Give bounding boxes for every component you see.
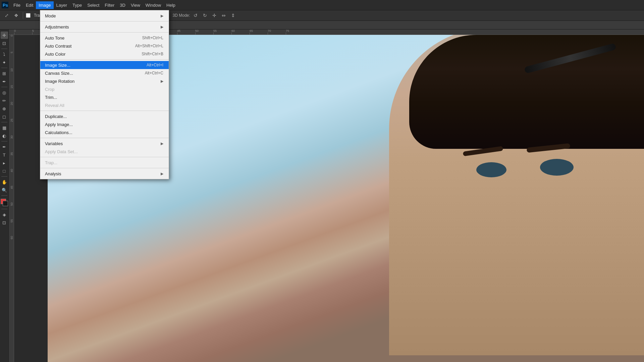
menu-item-crop-label: Crop [45, 87, 54, 92]
menu-item-auto-color[interactable]: Auto Color Shift+Ctrl+B [40, 50, 169, 58]
quick-select-icon[interactable]: ✦ [1, 59, 8, 66]
menu-type[interactable]: Type [70, 1, 85, 9]
menu-item-mode-label: Mode [45, 13, 56, 18]
menu-item-auto-contrast[interactable]: Auto Contrast Alt+Shift+Ctrl+L [40, 42, 169, 50]
ruler-mark-50: 50 [195, 29, 213, 35]
left-toolbar-sep-3 [1, 87, 7, 87]
menu-item-duplicate[interactable]: Duplicate... [40, 112, 169, 120]
type-tool-icon[interactable]: T [1, 151, 8, 159]
3d-pan-icon[interactable]: ✛ [210, 11, 218, 19]
menu-item-auto-tone-label: Auto Tone [45, 36, 64, 41]
menu-item-image-size[interactable]: Image Size... Alt+Ctrl+I [40, 61, 169, 69]
eraser-tool-icon[interactable]: ◻ [1, 113, 8, 120]
menu-item-analysis-label: Analysis [45, 171, 61, 176]
menu-item-apply-image-label: Apply Image... [45, 122, 73, 127]
crop-tool-icon[interactable]: ⊞ [1, 70, 8, 77]
3d-rotate-icon[interactable]: ↺ [192, 11, 200, 19]
move-icon[interactable]: ⤢ [3, 11, 11, 19]
menu-layer[interactable]: Layer [54, 1, 70, 9]
menu-item-auto-tone[interactable]: Auto Tone Shift+Ctrl+L [40, 34, 169, 42]
hand-tool-icon[interactable]: ✋ [1, 178, 8, 186]
arrange-icon[interactable]: ❖ [12, 11, 20, 19]
gradient-tool-icon[interactable]: ▦ [1, 124, 8, 131]
left-toolbar-sep-1 [1, 49, 7, 49]
ps-logo: Ps [1, 1, 9, 9]
3d-scale-icon[interactable]: ⇕ [229, 11, 237, 19]
menu-item-image-size-shortcut: Alt+Ctrl+I [147, 63, 163, 67]
ruler-mark-70: 70 [268, 29, 286, 35]
menu-item-adjustments-label: Adjustments [45, 24, 69, 29]
menu-bar: Ps File Edit Image Layer Type Select Fil… [0, 0, 644, 10]
menu-item-variables-arrow: ▶ [161, 141, 163, 146]
menu-sep-6 [40, 157, 169, 157]
screen-mode-icon[interactable]: ⊡ [1, 219, 8, 226]
menu-file[interactable]: File [11, 1, 23, 9]
menu-item-trim[interactable]: Trim... [40, 93, 169, 101]
background-color[interactable] [3, 201, 8, 206]
menu-item-image-size-label: Image Size... [45, 63, 70, 68]
3d-mode-label: 3D Mode: [173, 13, 190, 18]
ruler-mark-75: 75 [286, 29, 304, 35]
ruler-vertical: 0 5 10 15 20 25 30 35 40 45 50 55 60 [9, 35, 14, 362]
menu-sep-1 [40, 21, 169, 21]
menu-view[interactable]: View [128, 1, 143, 9]
menu-image[interactable]: Image [36, 1, 53, 9]
zoom-tool-icon[interactable]: 🔍 [1, 186, 8, 194]
menu-sep-3 [40, 59, 169, 60]
image-dropdown-menu: Mode ▶ Adjustments ▶ Auto Tone Shift+Ctr… [40, 10, 169, 179]
left-toolbar: ✛ ⊡ ⤵ ✦ ⊞ ✒ ◎ ✏ ⊕ ◻ ▦ ◐ ✒ T ▸ □ ✋ 🔍 ◈ ⊡ [0, 29, 9, 362]
menu-select[interactable]: Select [85, 1, 102, 9]
menu-item-auto-color-label: Auto Color [45, 52, 65, 57]
3d-roll-icon[interactable]: ↻ [201, 11, 209, 19]
menu-3d[interactable]: 3D [117, 1, 128, 9]
menu-item-analysis[interactable]: Analysis ▶ [40, 170, 169, 178]
selection-tool-icon[interactable]: ⊡ [1, 40, 8, 47]
menu-item-reveal-all-label: Reveal All [45, 103, 64, 108]
pen-tool-icon[interactable]: ✒ [1, 143, 8, 150]
menu-item-canvas-size[interactable]: Canvas Size... Alt+Ctrl+C [40, 69, 169, 77]
menu-filter[interactable]: Filter [102, 1, 117, 9]
menu-item-reveal-all[interactable]: Reveal All [40, 101, 169, 109]
menu-sep-4 [40, 111, 169, 111]
path-select-icon[interactable]: ▸ [1, 159, 8, 167]
3d-slide-icon[interactable]: ⇔ [220, 11, 228, 19]
stamp-tool-icon[interactable]: ⊕ [1, 105, 8, 112]
menu-item-image-rotation-arrow: ▶ [161, 79, 163, 83]
menu-item-adjustments[interactable]: Adjustments ▶ [40, 23, 169, 31]
menu-item-apply-image[interactable]: Apply Image... [40, 120, 169, 128]
menu-item-canvas-size-label: Canvas Size... [45, 71, 73, 76]
menu-window[interactable]: Window [143, 1, 164, 9]
hair-silhouette [409, 35, 644, 149]
eyedropper-icon[interactable]: ✒ [1, 78, 8, 85]
menu-item-duplicate-label: Duplicate... [45, 114, 67, 119]
left-toolbar-sep-4 [1, 122, 7, 122]
menu-item-variables[interactable]: Variables ▶ [40, 139, 169, 147]
menu-help[interactable]: Help [164, 1, 178, 9]
menu-item-trap[interactable]: Trap... [40, 159, 169, 167]
menu-item-analysis-arrow: ▶ [161, 172, 163, 176]
menu-item-image-rotation[interactable]: Image Rotation ▶ [40, 77, 169, 85]
menu-item-adjustments-arrow: ▶ [161, 25, 163, 29]
menu-item-trim-label: Trim... [45, 95, 57, 100]
left-toolbar-sep-8 [1, 209, 7, 209]
eye-left [476, 162, 506, 177]
dodge-tool-icon[interactable]: ◐ [1, 132, 8, 139]
color-swatch[interactable] [1, 199, 8, 206]
menu-item-mode[interactable]: Mode ▶ [40, 12, 169, 20]
quick-mask-icon[interactable]: ◈ [1, 211, 8, 218]
lasso-tool-icon[interactable]: ⤵ [1, 51, 8, 58]
spot-heal-icon[interactable]: ◎ [1, 89, 8, 96]
menu-item-trap-label: Trap... [45, 160, 57, 165]
menu-item-apply-data-set[interactable]: Apply Data Set... [40, 147, 169, 156]
ruler-mark-45: 45 [177, 29, 195, 35]
shape-tool-icon[interactable]: □ [1, 167, 8, 175]
left-toolbar-sep-5 [1, 141, 7, 141]
menu-item-crop[interactable]: Crop [40, 85, 169, 93]
svg-text:Ps: Ps [3, 3, 8, 8]
move-tool-icon[interactable]: ✛ [1, 32, 8, 39]
menu-edit[interactable]: Edit [23, 1, 36, 9]
transform-controls-checkbox[interactable] [26, 13, 31, 18]
menu-item-calculations[interactable]: Calculations... [40, 128, 169, 136]
brush-tool-icon[interactable]: ✏ [1, 97, 8, 104]
eye-right [540, 159, 574, 176]
